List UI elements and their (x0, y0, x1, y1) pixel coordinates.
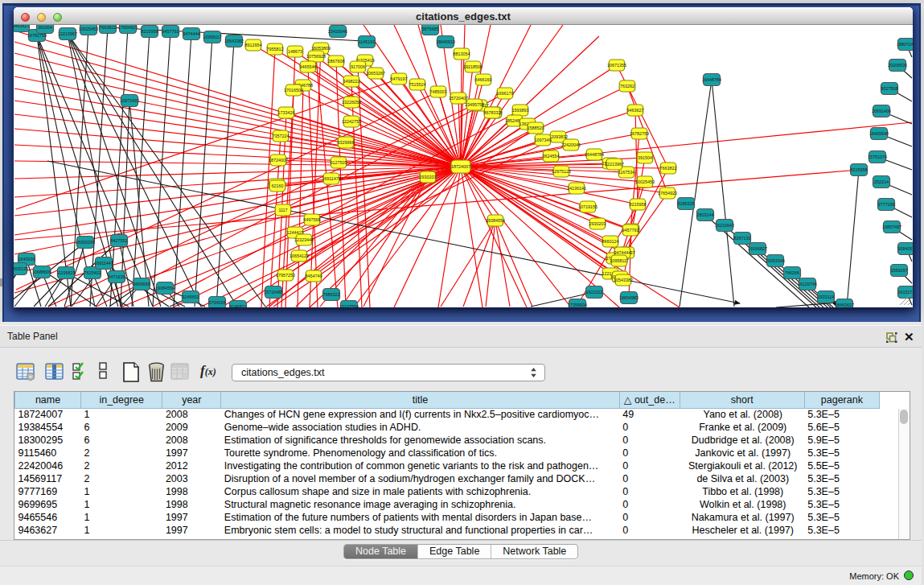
svg-text:18724007: 18724007 (269, 158, 288, 163)
svg-text:18724007: 18724007 (451, 164, 470, 169)
svg-text:1097349: 1097349 (535, 138, 552, 142)
svg-text:9327508: 9327508 (881, 86, 898, 91)
svg-text:10671355: 10671355 (607, 63, 626, 68)
svg-text:8267130: 8267130 (734, 236, 751, 241)
svg-text:2803144: 2803144 (697, 212, 714, 217)
svg-text:9474444: 9474444 (183, 31, 200, 36)
svg-text:148673: 148673 (288, 49, 302, 54)
svg-text:23420046: 23420046 (328, 29, 347, 34)
svg-text:20053346: 20053346 (766, 258, 785, 263)
svg-text:18807249: 18807249 (897, 42, 913, 47)
svg-text:9457791: 9457791 (162, 29, 179, 34)
svg-text:12975125: 12975125 (552, 169, 571, 174)
svg-text:8678332: 8678332 (484, 110, 501, 115)
svg-text:8660124: 8660124 (602, 239, 619, 244)
svg-text:1615172: 1615172 (898, 290, 914, 295)
svg-text:12505135: 12505135 (14, 266, 28, 271)
svg-text:9245652: 9245652 (183, 295, 199, 299)
svg-text:19384554: 19384554 (155, 286, 175, 290)
svg-text:391504: 391504 (638, 155, 652, 160)
svg-text:16911447: 16911447 (94, 261, 113, 266)
svg-text:18300295: 18300295 (76, 240, 95, 245)
svg-text:12323448: 12323448 (294, 237, 314, 242)
svg-text:2867608: 2867608 (328, 59, 345, 64)
svg-text:10807487: 10807487 (882, 225, 901, 229)
svg-text:763262: 763262 (620, 84, 634, 89)
svg-text:8215958: 8215958 (630, 202, 647, 207)
svg-text:10653267: 10653267 (366, 71, 385, 76)
svg-text:19384554: 19384554 (486, 218, 505, 223)
svg-text:1167534: 1167534 (618, 170, 635, 175)
svg-text:746266: 746266 (785, 270, 799, 275)
svg-text:12213967: 12213967 (605, 162, 624, 167)
svg-text:1569297: 1569297 (891, 268, 908, 273)
svg-text:1733426: 1733426 (278, 110, 295, 115)
svg-text:12242757: 12242757 (342, 119, 361, 124)
svg-text:10025453: 10025453 (635, 179, 655, 184)
svg-text:17654923: 17654923 (118, 25, 138, 30)
svg-text:7663822: 7663822 (660, 166, 677, 171)
svg-text:18463627: 18463627 (835, 303, 854, 307)
svg-text:15751074: 15751074 (868, 154, 887, 159)
svg-text:7357224: 7357224 (273, 134, 290, 138)
svg-text:9457791: 9457791 (622, 228, 639, 233)
svg-text:9329966: 9329966 (338, 140, 355, 145)
svg-text:16053809: 16053809 (311, 46, 331, 51)
svg-text:16409948: 16409948 (869, 131, 889, 136)
svg-text:391504: 391504 (38, 25, 52, 30)
svg-text:19654983: 19654983 (619, 295, 639, 300)
svg-text:14136141: 14136141 (567, 186, 586, 191)
svg-text:6479197: 6479197 (391, 76, 408, 81)
svg-text:7986322: 7986322 (323, 292, 340, 297)
svg-text:10958117: 10958117 (610, 258, 629, 263)
svg-text:7955812: 7955812 (267, 47, 284, 51)
svg-text:17654923: 17654923 (658, 191, 677, 196)
svg-text:10688609: 10688609 (32, 270, 51, 274)
svg-text:2930203: 2930203 (420, 175, 437, 179)
svg-text:1145193: 1145193 (359, 39, 376, 44)
svg-text:9463627: 9463627 (14, 25, 30, 28)
svg-text:9127505: 9127505 (331, 160, 347, 165)
svg-text:16782759: 16782759 (630, 131, 649, 136)
svg-text:9084067: 9084067 (898, 246, 914, 251)
svg-text:6466160: 6466160 (475, 77, 492, 82)
svg-text:1640936: 1640936 (18, 257, 35, 262)
svg-text:9777169: 9777169 (878, 202, 895, 207)
svg-text:1621022: 1621022 (586, 290, 603, 295)
svg-text:9474444: 9474444 (614, 250, 631, 255)
svg-text:20206536: 20206536 (888, 63, 907, 68)
svg-text:16911479: 16911479 (322, 176, 341, 181)
svg-text:10756928: 10756928 (306, 54, 326, 59)
svg-text:15720407: 15720407 (449, 96, 468, 101)
svg-text:22420046: 22420046 (561, 142, 581, 147)
svg-text:20691406: 20691406 (872, 109, 891, 113)
svg-text:6794028: 6794028 (209, 300, 226, 305)
svg-text:7485003: 7485003 (430, 89, 447, 94)
svg-text:17016504: 17016504 (284, 88, 303, 93)
svg-text:1696170: 1696170 (497, 91, 514, 96)
svg-text:252214: 252214 (874, 179, 889, 184)
svg-text:2933114: 2933114 (818, 295, 835, 299)
svg-text:19166827: 19166827 (748, 246, 767, 251)
svg-text:1588520: 1588520 (528, 126, 544, 130)
svg-text:10973493: 10973493 (120, 98, 139, 103)
svg-text:7663822: 7663822 (100, 25, 117, 30)
svg-text:10654122: 10654122 (290, 253, 309, 258)
svg-text:1117: 1117 (278, 208, 287, 212)
svg-text:8454749: 8454749 (306, 274, 322, 278)
svg-text:8912954: 8912954 (245, 43, 262, 47)
svg-text:8186328: 8186328 (678, 201, 695, 206)
svg-text:16448784: 16448784 (702, 77, 721, 82)
svg-text:10025453: 10025453 (79, 27, 98, 31)
svg-text:9463627: 9463627 (627, 108, 644, 113)
svg-text:9465546: 9465546 (300, 64, 317, 69)
svg-text:12213967: 12213967 (58, 31, 77, 36)
svg-text:7515524: 7515524 (409, 82, 426, 87)
svg-text:12093832: 12093832 (548, 134, 568, 139)
svg-text:5875685: 5875685 (422, 27, 439, 31)
svg-text:7625402: 7625402 (84, 270, 101, 275)
svg-text:2930203: 2930203 (589, 221, 606, 226)
svg-text:16210643: 16210643 (715, 223, 734, 228)
svg-text:10543382: 10543382 (224, 39, 244, 43)
svg-text:8215958: 8215958 (142, 29, 158, 34)
